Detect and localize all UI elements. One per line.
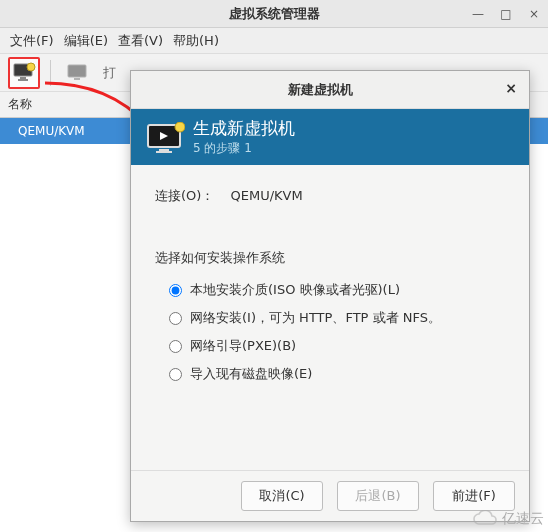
menu-help[interactable]: 帮助(H): [173, 32, 219, 50]
minimize-button[interactable]: —: [468, 4, 488, 24]
new-vm-button[interactable]: [8, 57, 40, 89]
cancel-button[interactable]: 取消(C): [241, 481, 323, 511]
install-method-label: 选择如何安装操作系统: [155, 249, 505, 267]
dialog-header: 生成新虚拟机 5 的步骤 1: [131, 109, 529, 165]
connection-value: QEMU/KVM: [231, 188, 303, 203]
open-label: 打: [103, 64, 116, 82]
dialog-footer: 取消(C) 后退(B) 前进(F): [131, 470, 529, 521]
svg-rect-10: [156, 151, 172, 153]
open-button[interactable]: [61, 57, 93, 89]
main-titlebar: 虚拟系统管理器 — □ ×: [0, 0, 548, 28]
svg-rect-5: [74, 78, 80, 80]
install-method-radios: 本地安装介质(ISO 映像或者光驱)(L) 网络安装(I)，可为 HTTP、FT…: [155, 281, 505, 383]
monitor-play-icon: [145, 122, 181, 152]
monitor-new-icon: [12, 62, 36, 84]
radio-import-disk[interactable]: [169, 368, 182, 381]
close-button[interactable]: ×: [524, 4, 544, 24]
radio-pxe[interactable]: [169, 340, 182, 353]
radio-network-install-label[interactable]: 网络安装(I)，可为 HTTP、FTP 或者 NFS。: [190, 309, 441, 327]
toolbar-divider: [50, 60, 51, 86]
radio-network-install[interactable]: [169, 312, 182, 325]
radio-local-media[interactable]: [169, 284, 182, 297]
radio-import-disk-label[interactable]: 导入现有磁盘映像(E): [190, 365, 312, 383]
connection-label: 连接(O)：: [155, 187, 214, 205]
dialog-body: 连接(O)： QEMU/KVM 选择如何安装操作系统 本地安装介质(ISO 映像…: [131, 165, 529, 470]
menu-file[interactable]: 文件(F): [10, 32, 54, 50]
dialog-titlebar: 新建虚拟机 ×: [131, 71, 529, 109]
watermark-text: 亿速云: [502, 510, 544, 528]
forward-button[interactable]: 前进(F): [433, 481, 515, 511]
svg-rect-1: [20, 77, 26, 79]
svg-point-11: [175, 122, 185, 132]
menu-edit[interactable]: 编辑(E): [64, 32, 108, 50]
svg-point-3: [27, 63, 35, 71]
menubar: 文件(F) 编辑(E) 查看(V) 帮助(H): [0, 28, 548, 54]
dialog-header-title: 生成新虚拟机: [193, 117, 295, 140]
svg-rect-4: [68, 65, 86, 77]
new-vm-dialog: 新建虚拟机 × 生成新虚拟机 5 的步骤 1 连接(O)： QEMU/KVM 选…: [130, 70, 530, 522]
watermark: 亿速云: [472, 510, 544, 528]
radio-local-media-label[interactable]: 本地安装介质(ISO 映像或者光驱)(L): [190, 281, 400, 299]
radio-pxe-label[interactable]: 网络引导(PXE)(B): [190, 337, 296, 355]
cloud-icon: [472, 510, 498, 528]
window-controls: — □ ×: [468, 4, 544, 24]
dialog-title: 新建虚拟机: [139, 81, 501, 99]
main-title: 虚拟系统管理器: [0, 5, 548, 23]
svg-rect-2: [18, 79, 28, 81]
menu-view[interactable]: 查看(V): [118, 32, 163, 50]
dialog-header-step: 5 的步骤 1: [193, 140, 295, 157]
svg-rect-9: [159, 149, 169, 151]
monitor-icon: [66, 63, 88, 83]
maximize-button[interactable]: □: [496, 4, 516, 24]
dialog-close-button[interactable]: ×: [501, 80, 521, 100]
back-button: 后退(B): [337, 481, 419, 511]
